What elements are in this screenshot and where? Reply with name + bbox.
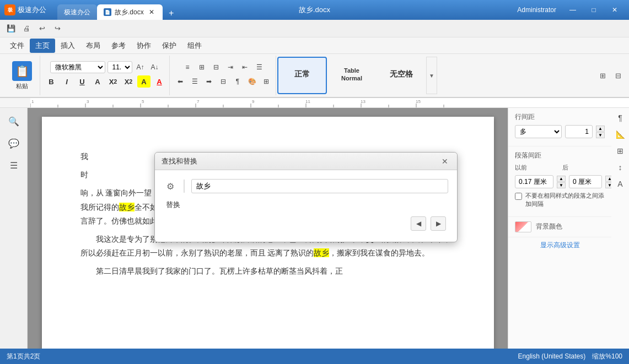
language-info: English (United States) (518, 352, 586, 360)
font-row-2: B I U A X2 X2 A A (45, 75, 166, 88)
maximize-btn[interactable]: □ (584, 2, 604, 18)
subscript-btn[interactable]: X2 (122, 75, 135, 88)
justify-btn[interactable]: ⊟ (217, 75, 229, 88)
ordered-list-btn[interactable]: ⊞ (196, 61, 208, 73)
styles-scroll-btn[interactable]: ▼ (426, 57, 437, 94)
superscript-btn[interactable]: X2 (106, 75, 120, 88)
line-spacing-up[interactable]: ▲ (596, 126, 605, 132)
bg-color-label: 背景颜色 (536, 222, 562, 231)
dialog-gear-icon[interactable]: ⚙ (164, 180, 177, 193)
window-controls: — □ ✕ (563, 2, 625, 18)
ruler-inner: 1 3 5 7 9 11 13 15 (30, 98, 629, 108)
right-panel-inner: 行间距 多 ▲ ▼ 段落间距 (508, 108, 629, 349)
after-down[interactable]: ▼ (605, 182, 611, 188)
before-up[interactable]: ▲ (557, 176, 566, 182)
style-normal-preview: 正常 (294, 69, 310, 79)
save-btn[interactable]: 💾 (4, 23, 18, 35)
unordered-list-btn[interactable]: ≡ (181, 61, 193, 73)
para-group: ≡ ⊞ ⊟ ⇥ ⇤ ☰ ⬅ ☰ ➡ ⊟ ¶ 🎨 ⊞ (171, 56, 276, 95)
find-input[interactable] (191, 179, 448, 193)
ribbon-collapse-btn[interactable]: ⊟ (611, 69, 625, 82)
border-btn[interactable]: ⊞ (260, 75, 272, 88)
bg-color-swatch[interactable] (515, 221, 531, 232)
paste-btn[interactable]: 📋 粘贴 (8, 59, 36, 93)
highlight-1: 故乡 (119, 203, 135, 211)
bg-color-row: 背景颜色 (515, 221, 605, 232)
dialog-close-btn[interactable]: ✕ (439, 156, 450, 167)
tab-app[interactable]: 极速办公 (57, 4, 97, 20)
nav-sidebar-icon[interactable]: ☰ (5, 156, 23, 174)
main-layout: 🔍 💬 ☰ 12345678 我 时 响，从 蓬窗向外一望，苍黄的大底卜，近近横… (0, 108, 629, 349)
bold-btn[interactable]: B (45, 75, 58, 88)
menu-collab[interactable]: 协作 (131, 39, 157, 53)
underline-btn[interactable]: U (76, 75, 89, 88)
close-btn[interactable]: ✕ (605, 2, 625, 18)
search-sidebar-icon[interactable]: 🔍 (5, 112, 23, 130)
line-spacing-number[interactable] (565, 125, 593, 138)
before-down[interactable]: ▼ (557, 182, 566, 188)
line-spacing-spin: ▲ ▼ (596, 126, 605, 138)
font-color2-btn[interactable]: A (153, 75, 166, 88)
tab-doc[interactable]: 📄 故乡.docx ✕ (97, 4, 163, 20)
tab-close-btn[interactable]: ✕ (147, 8, 156, 17)
increase-font-btn[interactable]: A↑ (135, 61, 147, 73)
line-spacing-down[interactable]: ▼ (596, 132, 605, 138)
panel-icon-4[interactable]: ↕ (612, 160, 628, 175)
font-size-select[interactable]: 11.5 (107, 61, 132, 73)
status-right: English (United States) 缩放%100 (518, 352, 622, 361)
before-spacing-input[interactable] (515, 175, 553, 188)
indent-increase-btn[interactable]: ⇥ (224, 61, 236, 73)
menu-protect[interactable]: 保护 (157, 39, 182, 53)
decrease-font-btn[interactable]: A↓ (149, 61, 161, 73)
after-up[interactable]: ▲ (605, 176, 611, 182)
outline-btn[interactable]: ☰ (253, 61, 265, 73)
menu-home[interactable]: 主页 (30, 39, 55, 53)
font-name-select[interactable]: 微软雅黑 (50, 61, 105, 73)
comments-sidebar-icon[interactable]: 💬 (5, 134, 23, 152)
next-match-btn[interactable]: ▶ (431, 216, 446, 231)
redo-btn[interactable]: ↪ (51, 23, 64, 35)
doc-area[interactable]: 12345678 我 时 响，从 蓬窗向外一望，苍黄的大底卜，近近横看几个萧索的… (28, 108, 508, 349)
prev-match-btn[interactable]: ◀ (411, 216, 426, 231)
undo-btn[interactable]: ↩ (35, 23, 49, 35)
same-style-checkbox[interactable] (515, 193, 522, 200)
right-panel: 行间距 多 ▲ ▼ 段落间距 (508, 108, 629, 349)
shading-btn[interactable]: 🎨 (246, 75, 258, 88)
menu-ref[interactable]: 参考 (106, 39, 131, 53)
tab-add-btn[interactable]: + (165, 7, 178, 20)
align-center-btn[interactable]: ☰ (189, 75, 201, 88)
panel-content: 行间距 多 ▲ ▼ 段落间距 (508, 108, 611, 349)
menu-layout[interactable]: 布局 (80, 39, 106, 53)
after-spacing-input[interactable] (569, 175, 602, 188)
svg-text:3: 3 (87, 99, 89, 104)
line-spacing-select[interactable]: 多 (515, 125, 562, 138)
advanced-settings-link[interactable]: 显示高级设置 (508, 237, 611, 253)
before-label: 以前 (515, 164, 559, 172)
italic-btn[interactable]: I (60, 75, 73, 88)
menu-insert[interactable]: 插入 (55, 39, 80, 53)
style-no-space[interactable]: 无空格 (377, 57, 426, 94)
panel-icon-5[interactable]: A (612, 176, 628, 192)
panel-icon-3[interactable]: ⊞ (612, 143, 628, 159)
style-normal[interactable]: 正常 (277, 57, 327, 94)
highlight-btn[interactable]: A (137, 75, 150, 88)
svg-text:15: 15 (416, 99, 421, 104)
panel-icon-1[interactable]: ¶ (612, 110, 628, 126)
minimize-btn[interactable]: — (563, 2, 583, 18)
align-right-btn[interactable]: ➡ (203, 75, 215, 88)
style-table-normal[interactable]: TableNormal (327, 57, 377, 94)
print-btn[interactable]: 🖨 (20, 23, 33, 35)
ribbon-expand-btn[interactable]: ⊞ (596, 69, 609, 82)
font-color-btn[interactable]: A (91, 75, 104, 88)
panel-icon-2[interactable]: 📐 (612, 127, 628, 142)
zoom-level: 缩放%100 (592, 352, 622, 361)
outline-list-btn[interactable]: ⊟ (210, 61, 222, 73)
font-row-1: 微软雅黑 11.5 A↑ A↓ (50, 61, 161, 73)
indent-decrease-btn[interactable]: ⇤ (239, 61, 251, 73)
menu-addons[interactable]: 组件 (182, 39, 207, 53)
menu-file[interactable]: 文件 (4, 39, 30, 53)
paste-icon: 📋 (12, 61, 32, 81)
ribbon: 📋 粘贴 微软雅黑 11.5 A↑ A↓ B I U A X2 X2 A A (0, 54, 629, 98)
para-mark-btn[interactable]: ¶ (232, 75, 244, 88)
align-left-btn[interactable]: ⬅ (174, 75, 186, 88)
